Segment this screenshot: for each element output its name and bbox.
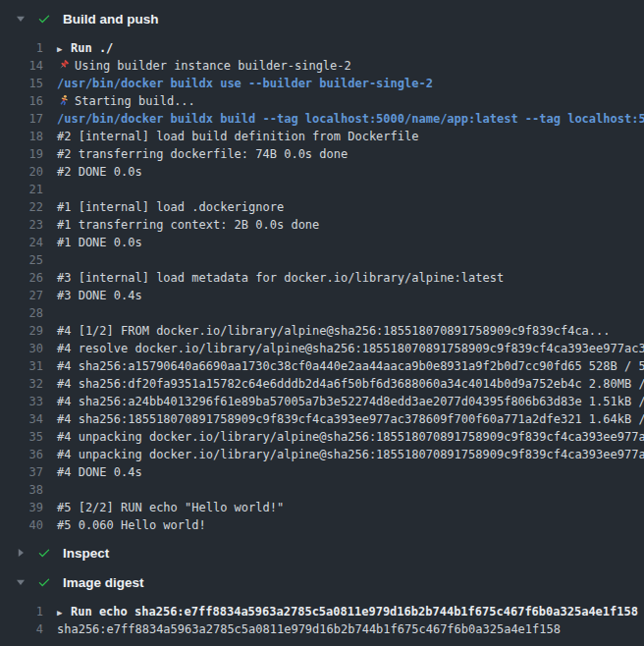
line-text: #2 DONE 0.0s: [57, 163, 142, 181]
log-line: 22 #1 [internal] load .dockerignore: [0, 198, 644, 216]
line-text: #4 unpacking docker.io/library/alpine@sh…: [57, 428, 644, 446]
log-line: 4 sha256:e7ff8834a5963a2785c5a0811e979d1…: [0, 620, 644, 638]
expand-group-arrow-icon[interactable]: ▶: [57, 604, 71, 620]
step-header[interactable]: Inspect: [0, 542, 644, 564]
step-header[interactable]: Image digest: [0, 571, 644, 593]
log-line: 35 #4 unpacking docker.io/library/alpine…: [0, 428, 644, 446]
line-number[interactable]: 40: [0, 516, 43, 534]
log-line: 33 #4 sha256:a24bb4013296f61e89ba57005a7…: [0, 393, 644, 410]
triangle-right-icon[interactable]: [16, 548, 26, 558]
triangle-down-icon[interactable]: [16, 577, 26, 587]
line-number[interactable]: 19: [0, 145, 43, 163]
line-text: #1 transferring context: 2B 0.0s done: [57, 216, 319, 234]
line-text: #4 sha256:185518070891758909c9f839cf4ca3…: [57, 410, 644, 428]
expand-group-arrow-icon[interactable]: ▶: [57, 40, 71, 57]
line-number[interactable]: 38: [0, 481, 43, 499]
log-line: 18 #2 [internal] load build definition f…: [0, 128, 644, 145]
line-text: #4 DONE 0.4s: [57, 463, 142, 481]
line-number[interactable]: 16: [0, 92, 43, 110]
line-text: #1 [internal] load .dockerignore: [57, 198, 284, 216]
log-line: 34 #4 sha256:185518070891758909c9f839cf4…: [0, 410, 644, 428]
log-line: 14 Using builder instance builder-single…: [0, 57, 644, 75]
line-number[interactable]: 22: [0, 198, 43, 216]
line-number[interactable]: 14: [0, 57, 43, 75]
line-number[interactable]: 32: [0, 375, 43, 393]
line-text: #4 sha256:a15790640a6690aa1730c38cf0a440…: [57, 357, 644, 375]
line-text: #5 [2/2] RUN echo "Hello world!": [57, 499, 284, 516]
step-header[interactable]: Build and push: [0, 8, 644, 29]
line-text: Starting build...: [57, 92, 195, 110]
line-number[interactable]: 24: [0, 234, 43, 251]
log-line: 39 #5 [2/2] RUN echo "Hello world!": [0, 499, 644, 516]
line-text: #3 DONE 0.4s: [57, 287, 142, 304]
log-line: 21: [0, 181, 644, 198]
log-line: 31 #4 sha256:a15790640a6690aa1730c38cf0a…: [0, 357, 644, 375]
line-number[interactable]: 15: [0, 75, 43, 92]
step-title: Build and push: [63, 12, 159, 27]
step-log-lines: 1 ▶Run echo sha256:e7ff8834a5963a2785c5a…: [0, 603, 644, 638]
log-line: 26 #3 [internal] load metadata for docke…: [0, 269, 644, 287]
line-text: #4 [1/2] FROM docker.io/library/alpine@s…: [57, 322, 611, 340]
log-line: 24 #1 DONE 0.0s: [0, 234, 644, 251]
line-number[interactable]: 35: [0, 428, 43, 446]
success-check-icon: [37, 575, 51, 589]
line-number[interactable]: 34: [0, 410, 43, 428]
log-step-image-digest: Image digest 1 ▶Run echo sha256:e7ff8834…: [0, 571, 644, 638]
success-check-icon: [37, 12, 51, 26]
line-text: #2 transferring dockerfile: 74B 0.0s don…: [57, 145, 348, 163]
log-line: 37 #4 DONE 0.4s: [0, 463, 644, 481]
line-text: ▶Run ./: [57, 39, 113, 57]
success-check-icon: [37, 546, 51, 560]
log-line: 25: [0, 251, 644, 269]
log-line: 20 #2 DONE 0.0s: [0, 163, 644, 181]
line-text: #5 0.060 Hello world!: [57, 516, 206, 534]
log-line: 23 #1 transferring context: 2B 0.0s done: [0, 216, 644, 234]
log-line: 15 /usr/bin/docker buildx use --builder …: [0, 75, 644, 92]
line-number[interactable]: 31: [0, 357, 43, 375]
line-number[interactable]: 25: [0, 251, 43, 269]
line-text: /usr/bin/docker buildx use --builder bui…: [57, 75, 433, 92]
line-number[interactable]: 29: [0, 322, 43, 340]
step-title: Image digest: [63, 575, 144, 590]
line-number[interactable]: 23: [0, 216, 43, 234]
line-number[interactable]: 33: [0, 393, 43, 410]
line-number[interactable]: 39: [0, 499, 43, 516]
log-line: 38: [0, 481, 644, 499]
log-line: 19 #2 transferring dockerfile: 74B 0.0s …: [0, 145, 644, 163]
line-number[interactable]: 30: [0, 340, 43, 357]
triangle-down-icon[interactable]: [16, 14, 26, 24]
line-number[interactable]: 26: [0, 269, 43, 287]
log-step-inspect: Inspect: [0, 542, 644, 564]
line-number[interactable]: 36: [0, 446, 43, 463]
log-line: 29 #4 [1/2] FROM docker.io/library/alpin…: [0, 322, 644, 340]
line-text: #4 sha256:df20fa9351a15782c64e6dddb2d4a6…: [57, 375, 644, 393]
line-text: #4 resolve docker.io/library/alpine@sha2…: [57, 340, 644, 357]
line-number[interactable]: 4: [0, 620, 43, 638]
step-log-lines: 1 ▶Run ./ 14 Using builder instance buil…: [0, 39, 644, 534]
line-number[interactable]: 27: [0, 287, 43, 304]
line-number[interactable]: 1: [0, 39, 43, 57]
log-line: 1 ▶Run ./: [0, 39, 644, 57]
log-line: 36 #4 unpacking docker.io/library/alpine…: [0, 446, 644, 463]
log-line: 1 ▶Run echo sha256:e7ff8834a5963a2785c5a…: [0, 603, 644, 620]
line-text: #1 DONE 0.0s: [57, 234, 142, 251]
line-text: #4 sha256:a24bb4013296f61e89ba57005a7b3e…: [57, 393, 644, 410]
step-title: Inspect: [63, 546, 109, 561]
actions-log-viewer: Build and push 1 ▶Run ./ 14 Using builde…: [0, 0, 644, 638]
log-line: 32 #4 sha256:df20fa9351a15782c64e6dddb2d…: [0, 375, 644, 393]
line-text: #2 [internal] load build definition from…: [57, 128, 418, 145]
line-number[interactable]: 18: [0, 128, 43, 145]
line-text: #4 unpacking docker.io/library/alpine@sh…: [57, 446, 644, 463]
log-line: 16 Starting build...: [0, 92, 644, 110]
pushpin-icon: [57, 59, 75, 72]
line-number[interactable]: 20: [0, 163, 43, 181]
log-line: 30 #4 resolve docker.io/library/alpine@s…: [0, 340, 644, 357]
log-line: 28: [0, 304, 644, 322]
line-number[interactable]: 28: [0, 304, 43, 322]
line-number[interactable]: 17: [0, 110, 43, 128]
line-number[interactable]: 21: [0, 181, 43, 198]
line-number[interactable]: 1: [0, 603, 43, 620]
log-line: 27 #3 DONE 0.4s: [0, 287, 644, 304]
line-number[interactable]: 37: [0, 463, 43, 481]
line-text: /usr/bin/docker buildx build --tag local…: [57, 110, 644, 128]
